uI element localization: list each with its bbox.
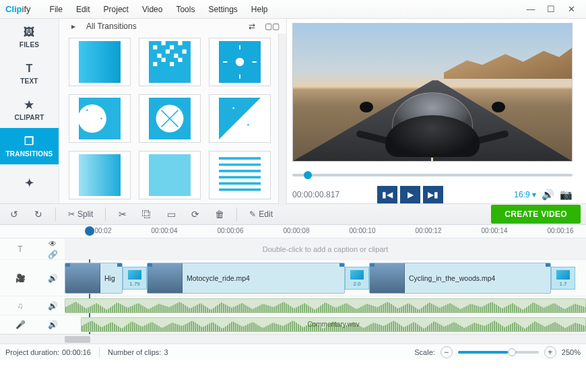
rotate-button[interactable]: ⟳ — [187, 207, 204, 222]
mute-toggle-icon[interactable]: 🔊 — [48, 273, 58, 283]
next-frame-button[interactable]: ▶▮ — [423, 186, 443, 203]
sidebar-item-effects[interactable]: ✦ — [0, 164, 59, 201]
timeline-toolbar: ↺ ↻ ✂ Split ✂ ⿻ ▭ ⟳ 🗑 ✎ Edit CREATE VIDE… — [0, 203, 586, 225]
track-header-music: ♫ — [0, 296, 40, 315]
menubar: Clipify File Edit Project Video Tools Se… — [0, 0, 586, 19]
window-minimize-icon[interactable]: — — [521, 3, 540, 16]
transition-clip[interactable]: 1.7 — [551, 267, 575, 290]
zoom-slider[interactable] — [458, 351, 539, 354]
sidebar-item-transitions[interactable]: ❐ TRANSITIONS — [0, 128, 59, 164]
transition-thumb[interactable] — [139, 151, 201, 199]
svg-rect-12 — [170, 62, 174, 66]
panel-title: All Transitions — [86, 22, 239, 31]
menu-help[interactable]: Help — [245, 2, 275, 17]
menu-settings[interactable]: Settings — [201, 2, 244, 17]
preview-pane: 00:00:00.817 ▮◀ ▶ ▶▮ 16:9 ▾ 🔊 📷 — [287, 19, 586, 203]
svg-point-15 — [236, 58, 244, 66]
menu-project[interactable]: Project — [97, 2, 135, 17]
transition-thumb[interactable] — [139, 38, 201, 86]
status-scale-label: Scale: — [414, 348, 435, 356]
transition-thumb[interactable] — [69, 151, 131, 199]
visibility-toggle-icon[interactable]: 👁 — [48, 239, 57, 249]
mute-toggle-icon[interactable]: 🔊 — [48, 320, 58, 329]
text-icon: T — [26, 63, 33, 75]
window-close-icon[interactable]: ✕ — [562, 3, 581, 16]
video-clip[interactable]: Hig — [65, 263, 123, 294]
seek-bar[interactable] — [292, 174, 573, 176]
transition-thumb[interactable] — [209, 151, 271, 199]
sidebar-item-text[interactable]: T TEXT — [0, 55, 59, 92]
ruler-tick: 00:00:04 — [152, 227, 178, 234]
svg-rect-8 — [174, 54, 178, 58]
svg-point-18 — [86, 109, 88, 110]
transition-clip[interactable]: 1.79 — [123, 267, 147, 290]
wand-icon: ✦ — [25, 176, 34, 189]
redo-button[interactable]: ↻ — [30, 207, 47, 222]
svg-rect-26 — [149, 154, 191, 196]
transition-duration: 2.0 — [353, 281, 360, 287]
link-toggle-icon[interactable]: 🔗 — [48, 250, 58, 259]
transition-thumb[interactable] — [139, 94, 201, 143]
zoom-value: 250% — [562, 348, 581, 356]
track-header-voice: 🎤 — [0, 315, 40, 333]
preview-viewport[interactable] — [292, 23, 573, 162]
menu-edit[interactable]: Edit — [69, 2, 97, 17]
transition-thumb[interactable] — [69, 94, 131, 143]
aspect-ratio-select[interactable]: 16:9 ▾ — [514, 190, 536, 199]
sidebar-label-clipart: CLIPART — [15, 114, 44, 121]
snapshot-icon[interactable]: 📷 — [560, 189, 573, 201]
ruler-tick: 00:00:06 — [218, 227, 244, 234]
track-header-video: 🎥 — [0, 260, 40, 296]
panel-scrollbar[interactable] — [278, 34, 286, 206]
ruler-tick: 00:00:08 — [284, 227, 310, 234]
split-button[interactable]: ✂ Split — [64, 207, 97, 222]
voice-track[interactable]: Commentary.wav — [65, 315, 586, 333]
delete-button[interactable]: 🗑 — [211, 207, 228, 222]
status-duration-label: Project duration: — [5, 348, 59, 356]
video-clip[interactable]: Motocycle_ride.mp4 — [147, 263, 345, 294]
menu-video[interactable]: Video — [135, 2, 169, 17]
undo-button[interactable]: ↺ — [5, 207, 23, 222]
video-track[interactable]: Hig 1.79 Motocycle_ride.mp4 2.0 Cycling_… — [65, 260, 586, 296]
play-button[interactable]: ▶ — [400, 186, 420, 203]
music-track[interactable] — [65, 296, 586, 315]
status-clips-value: 3 — [164, 348, 168, 356]
status-duration-value: 00:00:16 — [62, 348, 91, 356]
transition-thumb[interactable] — [69, 38, 131, 86]
transition-clip[interactable]: 2.0 — [345, 267, 369, 290]
menu-tools[interactable]: Tools — [169, 2, 201, 17]
menu-file[interactable]: File — [43, 2, 69, 17]
play-preview-icon[interactable]: ▸ — [66, 19, 81, 34]
create-video-button[interactable]: CREATE VIDEO — [491, 205, 581, 224]
ruler-tick: 00:00:16 — [548, 227, 574, 234]
sidebar-item-files[interactable]: 🖼 FILES — [0, 19, 59, 55]
frame-button[interactable]: ▭ — [162, 207, 180, 222]
window-maximize-icon[interactable]: ☐ — [542, 3, 560, 16]
svg-rect-9 — [183, 49, 187, 53]
thumbnails-view-icon[interactable]: ▢▢ — [265, 19, 280, 34]
caption-track[interactable]: Double-click to add a caption or clipart — [65, 238, 586, 259]
volume-icon[interactable]: 🔊 — [542, 189, 554, 201]
edit-button[interactable]: ✎ Edit — [245, 207, 277, 222]
svg-rect-10 — [153, 62, 157, 66]
shuffle-icon[interactable]: ⇄ — [245, 19, 259, 34]
star-icon: ★ — [24, 98, 34, 111]
mute-toggle-icon[interactable]: 🔊 — [48, 301, 58, 311]
transition-thumb[interactable] — [209, 94, 271, 143]
cut-button[interactable]: ✂ — [114, 207, 131, 222]
crop-button[interactable]: ⿻ — [138, 207, 156, 222]
audio-clip-label: Commentary.wav — [307, 321, 359, 328]
sidebar-label-files: FILES — [20, 41, 39, 48]
status-bar: Project duration: 00:00:16 Number of cli… — [0, 344, 586, 360]
zoom-in-button[interactable]: + — [544, 346, 556, 358]
sidebar-item-clipart[interactable]: ★ CLIPART — [0, 92, 59, 128]
svg-rect-7 — [166, 49, 170, 53]
video-clip[interactable]: Cycling_in_the_woods.mp4 — [369, 263, 551, 294]
svg-rect-25 — [79, 154, 121, 196]
timeline-scrollbar[interactable] — [0, 334, 586, 344]
clip-label: Cycling_in_the_woods.mp4 — [405, 274, 499, 282]
prev-frame-button[interactable]: ▮◀ — [377, 186, 397, 203]
zoom-out-button[interactable]: − — [441, 346, 453, 358]
transition-thumb[interactable] — [209, 38, 271, 86]
ruler-tick: 00:00:10 — [350, 227, 376, 234]
